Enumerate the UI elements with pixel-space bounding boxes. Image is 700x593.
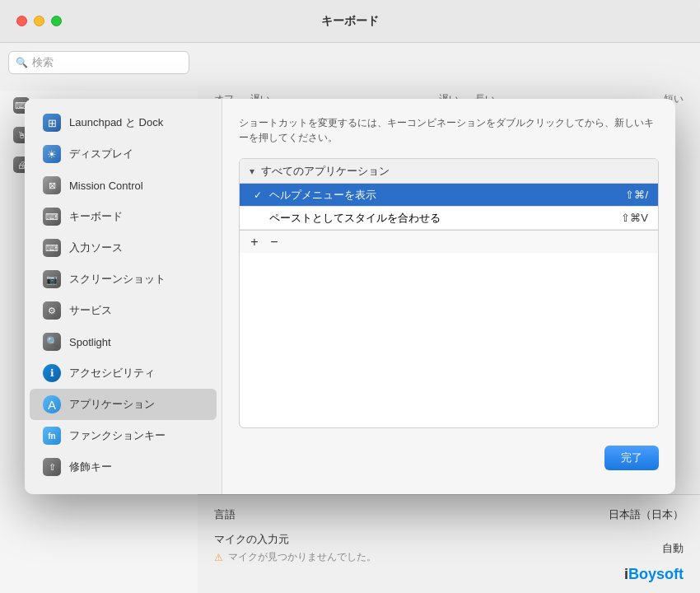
- iboysoft-brand: Boysoft: [628, 566, 684, 582]
- language-label: 言語: [214, 507, 236, 522]
- sidebar-label-accessibility: アクセシビリティ: [69, 366, 155, 381]
- shortcut-row-paste[interactable]: ペーストとしてスタイルを合わせる ⇧⌘V: [240, 207, 658, 230]
- modal-sidebar: ⊞ Launchpad と Dock ☀ ディスプレイ ⊠ Mission Co…: [25, 99, 222, 494]
- sidebar-item-service[interactable]: ⚙ サービス: [30, 295, 217, 326]
- sidebar-item-launchpad[interactable]: ⊞ Launchpad と Dock: [30, 107, 217, 138]
- shortcut-row-help[interactable]: ✓ ヘルプメニューを表示 ⇧⌘/: [240, 184, 658, 207]
- shortcuts-table: ▾ すべてのアプリケーション ✓ ヘルプメニューを表示 ⇧⌘/ ペーストとしてス…: [239, 158, 659, 428]
- sidebar-label-display: ディスプレイ: [69, 147, 133, 161]
- sidebar-item-modifier[interactable]: ⇧ 修飾キー: [30, 451, 217, 483]
- shortcuts-toolbar: + −: [240, 230, 658, 253]
- sidebar-label-keyboard: キーボード: [69, 209, 123, 224]
- sidebar-item-accessibility[interactable]: ℹ アクセシビリティ: [30, 357, 217, 389]
- add-shortcut-button[interactable]: +: [246, 234, 263, 250]
- mic-warning-row: ⚠ マイクが見つかりませんでした。: [214, 550, 376, 564]
- sidebar-label-spotlight: Spotlight: [69, 336, 111, 348]
- sidebar-label-screenshot: スクリーンショット: [69, 272, 166, 287]
- mic-row: マイクの入力元 ⚠ マイクが見つかりませんでした。 自動: [214, 532, 684, 564]
- close-button[interactable]: [16, 16, 27, 26]
- mic-warning-text: マイクが見つかりませんでした。: [228, 550, 376, 564]
- mic-label: マイクの入力元: [214, 533, 289, 545]
- label-help: ヘルプメニューを表示: [266, 188, 625, 203]
- check-help: ✓: [250, 189, 266, 201]
- sidebar-label-mission: Mission Control: [69, 180, 143, 192]
- key-help: ⇧⌘/: [625, 189, 648, 201]
- chevron-icon: ▾: [250, 166, 254, 177]
- fn-icon: fn: [43, 427, 61, 445]
- input-icon: ⌨: [43, 239, 61, 257]
- apps-icon: A: [43, 395, 61, 413]
- iboysoft-logo: iBoysoft: [624, 566, 684, 583]
- window-title: キーボード: [321, 14, 379, 29]
- mission-icon: ⊠: [43, 176, 61, 194]
- sidebar-label-fn: ファンクションキー: [69, 428, 166, 443]
- sidebar-item-apps[interactable]: A アプリケーション: [30, 389, 217, 420]
- search-icon: 🔍: [16, 57, 28, 68]
- sidebar-label-input: 入力ソース: [69, 240, 123, 255]
- warning-icon: ⚠: [214, 552, 223, 563]
- maximize-button[interactable]: [51, 16, 62, 26]
- sidebar-item-display[interactable]: ☀ ディスプレイ: [30, 138, 217, 170]
- language-value: 日本語（日本）: [609, 507, 684, 522]
- sidebar-label-service: サービス: [69, 303, 112, 318]
- label-paste: ペーストとしてスタイルを合わせる: [266, 211, 621, 226]
- shortcuts-header: ▾ すべてのアプリケーション: [240, 159, 658, 184]
- sidebar-item-fn[interactable]: fn ファンクションキー: [30, 420, 217, 451]
- modal-dialog: ⊞ Launchpad と Dock ☀ ディスプレイ ⊠ Mission Co…: [25, 99, 675, 494]
- sidebar-item-mission[interactable]: ⊠ Mission Control: [30, 170, 217, 201]
- key-paste: ⇧⌘V: [621, 212, 648, 224]
- sidebar-item-input[interactable]: ⌨ 入力ソース: [30, 232, 217, 264]
- language-row: 言語 日本語（日本）: [214, 507, 684, 522]
- sidebar-item-screenshot[interactable]: 📷 スクリーンショット: [30, 264, 217, 295]
- accessibility-icon: ℹ: [43, 364, 61, 382]
- modal-content: ショートカットを変更するには、キーコンビネーションをダブルクリックしてから、新し…: [222, 99, 675, 494]
- screenshot-icon: 📷: [43, 270, 61, 288]
- modal-description: ショートカットを変更するには、キーコンビネーションをダブルクリックしてから、新し…: [239, 115, 659, 145]
- mic-value: 自動: [662, 541, 684, 556]
- sidebar-item-keyboard[interactable]: ⌨ キーボード: [30, 201, 217, 232]
- launchpad-icon: ⊞: [43, 114, 61, 132]
- section-label: すべてのアプリケーション: [261, 164, 390, 179]
- sidebar-label-apps: アプリケーション: [69, 397, 155, 412]
- remove-shortcut-button[interactable]: −: [266, 234, 282, 250]
- done-button[interactable]: 完了: [604, 446, 659, 470]
- spotlight-icon: 🔍: [43, 333, 61, 351]
- modifier-icon: ⇧: [43, 458, 61, 476]
- titlebar: キーボード: [0, 0, 700, 43]
- sidebar-label-launchpad: Launchpad と Dock: [69, 115, 163, 130]
- keyboard-icon: ⌨: [43, 208, 61, 226]
- service-icon: ⚙: [43, 301, 61, 320]
- sidebar-item-spotlight[interactable]: 🔍 Spotlight: [30, 326, 217, 357]
- sidebar-label-modifier: 修飾キー: [69, 460, 112, 474]
- traffic-lights: [16, 16, 62, 26]
- minimize-button[interactable]: [34, 16, 44, 26]
- display-icon: ☀: [43, 145, 61, 163]
- search-bar[interactable]: 🔍 検索: [8, 51, 189, 74]
- search-placeholder: 検索: [32, 55, 54, 70]
